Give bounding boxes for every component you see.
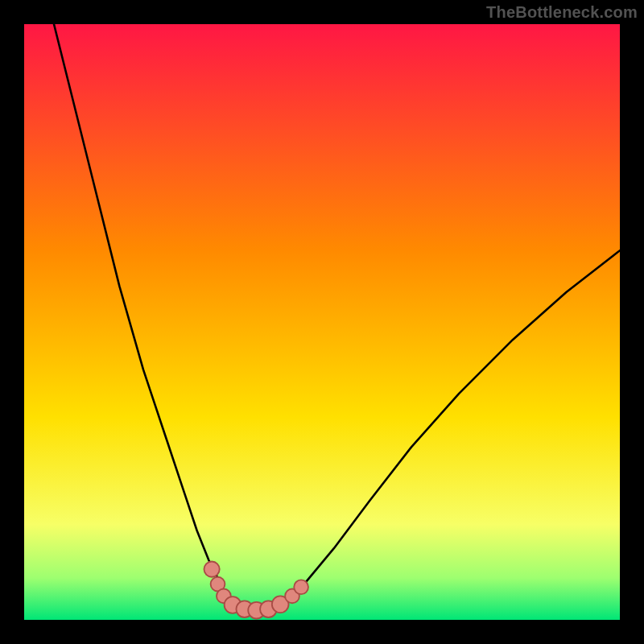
- highlight-dot: [204, 561, 219, 576]
- watermark-text: TheBottleneck.com: [486, 3, 638, 22]
- curve-path: [54, 24, 620, 610]
- chart-stage: TheBottleneck.com: [0, 0, 644, 644]
- highlight-dot: [294, 580, 308, 594]
- curve-layer: [24, 24, 620, 620]
- bottleneck-curve: [54, 24, 620, 610]
- plot-area: [24, 24, 620, 620]
- highlight-dots: [204, 561, 308, 618]
